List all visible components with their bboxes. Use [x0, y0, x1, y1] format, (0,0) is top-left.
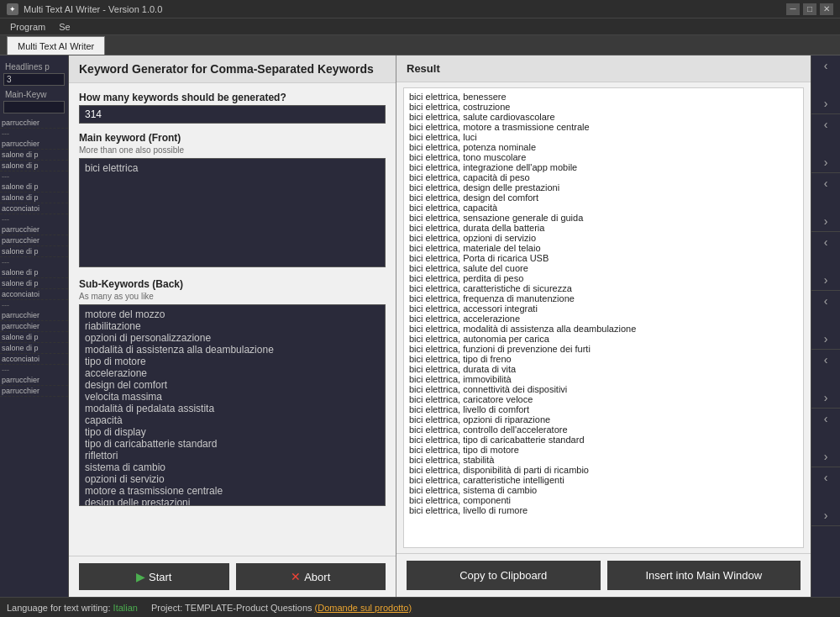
right-panel-arrow-up-2[interactable]: ‹	[824, 118, 828, 131]
list-item[interactable]: salone di p	[0, 182, 68, 192]
sidebar-separator: ---	[0, 171, 68, 182]
list-item[interactable]: parrucchier	[0, 235, 68, 246]
right-panel-5: ‹ ›	[811, 291, 840, 350]
language-label: Language for text writing: Italian	[7, 603, 138, 613]
sidebar-separator: ---	[0, 214, 68, 224]
right-panel-arrow-up-4[interactable]: ‹	[824, 235, 828, 249]
result-title: Result	[407, 62, 440, 75]
result-footer: Copy to Clipboard Insert into Main Windo…	[396, 553, 811, 597]
main-layout: Headlines p Main-Keyw parrucchier---parr…	[0, 55, 840, 597]
list-item[interactable]: acconciatoi	[0, 289, 68, 300]
right-panel-arrow-down-2[interactable]: ›	[824, 156, 828, 169]
result-textarea[interactable]: bici elettrica, benessere bici elettrica…	[403, 87, 804, 548]
tab-bar: Multi Text AI Writer	[0, 35, 840, 55]
title-bar: ✦ Multi Text AI Writer - Version 1.0.0 ─…	[0, 0, 840, 18]
sidebar-separator: ---	[0, 300, 68, 310]
kw-panel-body: How many keywords should be generated? M…	[69, 83, 396, 556]
headlines-label: Headlines p	[3, 61, 65, 73]
list-item[interactable]: salone di p	[0, 332, 68, 343]
right-panel-arrow-up-6[interactable]: ‹	[824, 353, 828, 367]
menu-se[interactable]: Se	[52, 18, 76, 35]
sidebar: Headlines p Main-Keyw parrucchier---parr…	[0, 55, 69, 597]
abort-label: Abort	[304, 571, 330, 583]
right-panel-2: ‹ ›	[811, 114, 840, 173]
right-panel-arrow-down-7[interactable]: ›	[824, 450, 828, 463]
kw-generator-panel: Keyword Generator for Comma-Separated Ke…	[69, 55, 396, 597]
minimize-button[interactable]: ─	[786, 3, 800, 15]
right-panel-7: ‹ ›	[811, 409, 840, 467]
kw-panel-footer: ▶ Start ✕ Abort	[69, 556, 396, 597]
copy-clipboard-button[interactable]: Copy to Clipboard	[407, 561, 601, 590]
right-panel-arrow-up-5[interactable]: ‹	[824, 294, 828, 308]
sidebar-separator: ---	[0, 257, 68, 267]
result-panel: Result bici elettrica, benessere bici el…	[396, 55, 811, 597]
how-many-label: How many keywords should be generated?	[79, 92, 386, 103]
list-item[interactable]: parrucchier	[0, 139, 68, 150]
list-item[interactable]: salone di p	[0, 278, 68, 289]
abort-icon: ✕	[291, 570, 301, 583]
main-keyword-textarea[interactable]: bici elettrica	[79, 158, 386, 267]
start-button[interactable]: ▶ Start	[79, 563, 229, 590]
project-info: Project: TEMPLATE-Product Questions (Dom…	[151, 603, 412, 613]
sidebar-separator: ---	[0, 365, 68, 375]
menu-program[interactable]: Program	[3, 18, 52, 35]
abort-button[interactable]: ✕ Abort	[236, 563, 386, 590]
list-item[interactable]: salone di p	[0, 246, 68, 257]
list-item[interactable]: parrucchier	[0, 224, 68, 235]
play-icon: ▶	[136, 570, 145, 583]
close-button[interactable]: ✕	[820, 3, 833, 15]
kw-title: Keyword Generator for Comma-Separated Ke…	[79, 62, 374, 76]
list-item[interactable]: salone di p	[0, 192, 68, 203]
list-item[interactable]: acconciatoi	[0, 203, 68, 214]
right-panels: ‹ › ‹ › ‹ › ‹ › ‹ › ‹ › ‹ › ‹ ›	[811, 55, 840, 597]
main-tab[interactable]: Multi Text AI Writer	[7, 36, 105, 55]
right-panel-arrow-up-3[interactable]: ‹	[824, 177, 828, 190]
how-many-input[interactable]	[79, 105, 386, 124]
main-keyword-hint: More than one also possible	[79, 145, 386, 155]
app-title: Multi Text AI Writer - Version 1.0.0	[24, 4, 162, 14]
list-item[interactable]: salone di p	[0, 267, 68, 278]
list-item[interactable]: parrucchier	[0, 321, 68, 332]
project-sub[interactable]: (Domande sul prodotto)	[315, 603, 412, 613]
start-label: Start	[149, 571, 171, 583]
right-panel-arrow-down-3[interactable]: ›	[824, 214, 828, 228]
right-panel-arrow-up-8[interactable]: ‹	[824, 471, 828, 484]
headlines-input[interactable]	[3, 73, 65, 86]
project-value: TEMPLATE-Product Questions	[185, 603, 312, 613]
app-icon: ✦	[7, 3, 18, 15]
list-item[interactable]: parrucchier	[0, 386, 68, 397]
main-keyword-label: Main keyword (Front)	[79, 132, 386, 144]
right-panel-arrow-down-1[interactable]: ›	[824, 97, 828, 110]
result-body: bici elettrica, benessere bici elettrica…	[396, 82, 811, 553]
right-panel-arrow-down-8[interactable]: ›	[824, 509, 828, 522]
right-panel-8: ‹ ›	[811, 467, 840, 526]
maximize-button[interactable]: □	[803, 3, 816, 15]
result-header: Result	[396, 55, 811, 82]
right-panel-arrow-down-4[interactable]: ›	[824, 273, 828, 287]
right-panel-3: ‹ ›	[811, 173, 840, 232]
sub-keywords-textarea[interactable]: motore del mozzo riabilitazione opzioni …	[79, 304, 386, 506]
insert-main-window-button[interactable]: Insert into Main Window	[607, 561, 801, 590]
list-item[interactable]: parrucchier	[0, 375, 68, 386]
language-value: Italian	[113, 603, 138, 613]
right-panel-1: ‹ ›	[811, 55, 840, 114]
right-panel-6: ‹ ›	[811, 350, 840, 409]
right-panel-4: ‹ ›	[811, 232, 840, 291]
sub-keywords-hint: As many as you like	[79, 292, 386, 301]
right-panel-arrow-up-7[interactable]: ‹	[824, 412, 828, 425]
right-panel-arrow-down-5[interactable]: ›	[824, 332, 828, 345]
status-bar: Language for text writing: Italian Proje…	[0, 597, 840, 617]
right-panel-arrow-up-1[interactable]: ‹	[824, 59, 828, 72]
main-keyword-sidebar-input[interactable]	[3, 101, 65, 113]
list-item[interactable]: salone di p	[0, 150, 68, 161]
list-item[interactable]: parrucchier	[0, 118, 68, 129]
right-panel-arrow-down-6[interactable]: ›	[824, 391, 828, 404]
list-item[interactable]: parrucchier	[0, 310, 68, 321]
kw-panel-header: Keyword Generator for Comma-Separated Ke…	[69, 55, 396, 83]
list-item[interactable]: acconciatoi	[0, 354, 68, 365]
list-item[interactable]: salone di p	[0, 161, 68, 171]
sub-keywords-label: Sub-Keywords (Back)	[79, 278, 386, 290]
list-item[interactable]: salone di p	[0, 343, 68, 354]
sidebar-items-container: parrucchier---parrucchiersalone di psalo…	[0, 118, 68, 397]
sidebar-separator: ---	[0, 129, 68, 139]
